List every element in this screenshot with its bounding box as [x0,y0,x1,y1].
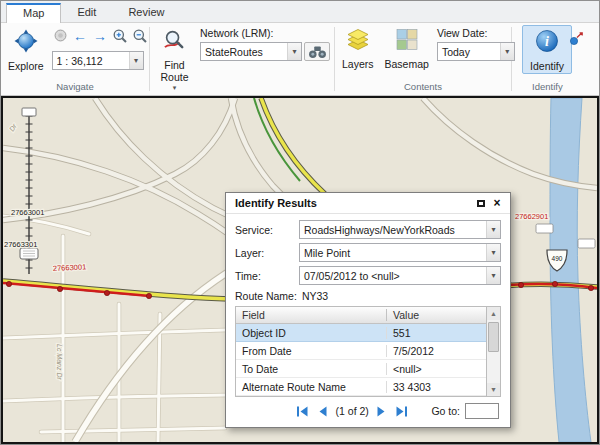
dialog-title: Identify Results [235,197,473,209]
tab-map[interactable]: Map [6,3,61,23]
chevron-down-icon: ▾ [486,267,500,284]
field-cell: To Date [236,363,386,375]
application-window: Map Edit Review [0,0,600,445]
basemap-icon [395,28,419,56]
field-cell: Object ID [236,327,386,339]
navigate-small-buttons: ← → [52,27,149,44]
measure-ruler[interactable] [20,108,38,274]
table-row[interactable]: To Date <null> [236,360,486,378]
network-lrm-value: StateRoutes [201,46,287,58]
search-network-button[interactable] [304,42,330,61]
chevron-down-icon: ▾ [129,52,143,69]
map-view[interactable]: 490 27663001 27663301 27663001 27662901 … [1,96,599,444]
table-scrollbar[interactable]: ▲ ▼ [486,306,501,397]
identify-icon: i [534,28,560,58]
basemap-label: Basemap [385,58,429,70]
table-header-field: Field [236,309,386,321]
last-page-icon[interactable] [395,405,409,418]
view-date-combobox[interactable]: Today ▾ [437,42,515,61]
network-lrm-label: Network (LRM): [200,27,330,39]
view-date-label: View Date: [437,27,515,39]
service-combobox[interactable]: RoadsHighways/NewYorkRoads ▾ [299,220,501,239]
route-id-label: 27663301 [4,240,37,249]
scroll-up-icon[interactable]: ▲ [487,307,500,320]
tab-edit[interactable]: Edit [61,2,112,22]
explore-label: Explore [8,60,44,72]
scroll-down-icon[interactable]: ▼ [487,383,500,396]
route-id-label-red: 27662901 [515,212,548,221]
service-label: Service: [235,224,299,236]
layers-icon [346,28,370,56]
network-lrm-combobox[interactable]: StateRoutes ▾ [200,42,302,61]
identify-results-dialog: Identify Results × Service: RoadsHighway… [225,192,511,428]
explore-button[interactable]: Explore [5,25,47,74]
table-row[interactable]: Alternate Route Name 33 4303 [236,378,486,396]
chevron-down-icon: ▾ [486,244,500,261]
value-cell: 33 4303 [386,381,486,393]
chevron-down-icon: ▾ [173,84,177,91]
basemap-button[interactable]: Basemap [382,25,432,72]
shield-label: 490 [552,255,563,262]
find-route-icon [162,28,187,57]
navigate-group-label: Navigate [5,80,145,95]
time-label: Time: [235,270,299,282]
identify-button[interactable]: i Identify [522,25,572,74]
route-id-label: 27663001 [11,208,44,217]
map-scale-value: 1 : 36,112 [53,55,129,67]
back-arrow-icon[interactable]: ← [72,27,89,44]
map-scale-combobox[interactable]: 1 : 36,112 ▾ [52,51,144,70]
goto-label: Go to: [431,405,460,417]
close-icon[interactable]: × [489,196,505,211]
first-page-icon[interactable] [296,405,310,418]
binoculars-icon [308,45,327,59]
dialog-body: Service: RoadsHighways/NewYorkRoads ▾ La… [226,214,510,427]
street-name-label: Lc Manz Dr [56,344,63,380]
view-date-value: Today [438,46,500,58]
ribbon: Explore ← → [1,23,599,96]
chevron-down-icon: ▾ [287,43,301,60]
service-value: RoadsHighways/NewYorkRoads [300,224,486,236]
find-route-button[interactable]: Find Route ▾ [154,25,195,93]
value-cell: 7/5/2012 [386,345,486,357]
goto-page-input[interactable] [465,403,499,419]
find-route-label: Find Route [157,59,192,83]
time-value: 07/05/2012 to <null> [300,270,486,282]
attributes-table: Field Value Object ID 551 From Date 7/5/… [235,306,501,397]
dialog-title-bar[interactable]: Identify Results × [226,193,510,214]
identify-group-label: Identify [516,80,595,95]
identify-group: i Identify Identify [512,23,599,95]
route-id-label-red: 27663001 [53,262,87,273]
tab-review[interactable]: Review [112,2,180,22]
scrollbar-thumb[interactable] [488,322,499,352]
maximize-icon[interactable] [473,196,489,211]
forward-arrow-icon[interactable]: → [92,27,109,44]
table-row[interactable]: Object ID 551 [236,324,486,342]
find-group: Find Route ▾ Network (LRM): StateRoutes … [150,23,334,95]
time-combobox[interactable]: 07/05/2012 to <null> ▾ [299,266,501,285]
chevron-down-icon: ▾ [486,221,500,238]
layers-button[interactable]: Layers [339,25,377,72]
explore-icon [13,28,39,58]
pagination-bar: (1 of 2) Go to: [235,403,501,419]
previous-page-icon[interactable] [316,405,330,418]
value-cell: 551 [386,327,486,339]
field-cell: Alternate Route Name [236,381,386,393]
contents-group: Layers Basemap View Date: [335,23,511,95]
table-row[interactable]: From Date 7/5/2012 [236,342,486,360]
navigate-group: Explore ← → [1,23,149,95]
identify-label: Identify [530,60,564,72]
route-name-value: NY33 [302,290,328,302]
layer-combobox[interactable]: Mile Point ▾ [299,243,501,262]
svg-text:i: i [545,34,549,49]
layer-label: Layer: [235,247,299,259]
contents-group-label: Contents [339,80,507,95]
layer-value: Mile Point [300,247,486,259]
next-page-icon[interactable] [375,405,389,418]
identify-route-icon[interactable] [569,31,584,46]
zoom-in-icon[interactable] [112,27,129,44]
layers-label: Layers [342,58,374,70]
value-cell: <null> [386,363,486,375]
zoom-out-icon[interactable] [132,27,149,44]
previous-extent-icon[interactable] [52,27,69,44]
route-name-label: Route Name: [235,290,297,302]
